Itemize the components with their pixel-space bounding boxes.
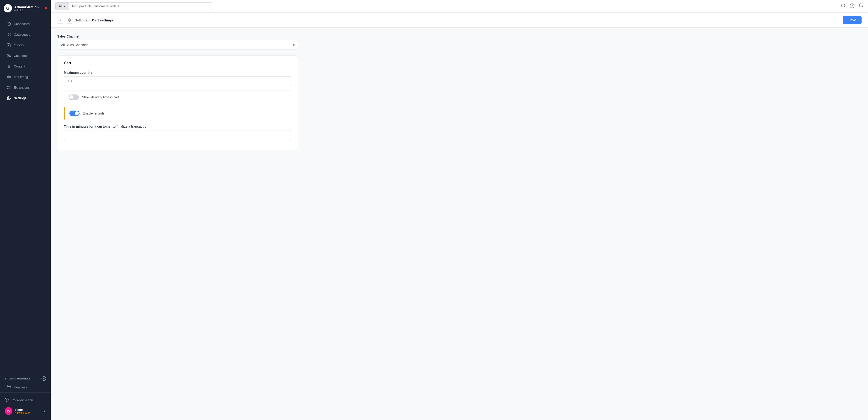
delivery-time-toggle[interactable] (69, 94, 79, 100)
sidebar-item-headless-label: Headless (14, 385, 27, 389)
delivery-time-label: Show delivery time in cart (82, 95, 119, 99)
transaction-time-field: Time in minutes for a customer to finali… (64, 125, 291, 140)
svg-line-20 (844, 7, 845, 8)
max-quantity-label: Maximum quantity (64, 71, 291, 74)
transaction-time-label: Time in minutes for a customer to finali… (64, 125, 291, 128)
search-container: All ▾ (55, 2, 212, 10)
topbar-icons (841, 3, 863, 9)
refunds-toggle-row: Enable refunds (64, 107, 291, 120)
sidebar-item-label: Catalogues (14, 33, 30, 36)
user-info: demo Administrator (15, 408, 41, 414)
user-profile[interactable]: D demo Administrator ▲ (2, 405, 49, 417)
sidebar-item-customers[interactable]: Customers (2, 51, 49, 61)
user-name: demo (15, 408, 41, 412)
app-version: 6.4.17.2 (14, 9, 42, 12)
page-header: Settings › Cart settings Save (51, 13, 868, 28)
sidebar-item-orders[interactable]: Orders (2, 40, 49, 50)
headless-icon (6, 385, 11, 390)
sidebar-header: G Administration 6.4.17.2 (0, 0, 51, 17)
user-role: Administrator (15, 412, 41, 414)
sidebar-footer: Collapse menu D demo Administrator ▲ (0, 392, 51, 420)
sidebar-item-label: Customers (14, 54, 30, 58)
svg-point-19 (841, 4, 845, 7)
search-input[interactable] (69, 3, 212, 10)
catalogues-icon (6, 32, 11, 37)
sales-channel-select[interactable]: All Sales Channels Headless (57, 40, 298, 50)
delivery-time-toggle-row: Show delivery time in cart (64, 91, 291, 104)
sales-channels-section: Sales Channels + (0, 373, 51, 382)
svg-point-23 (69, 20, 70, 21)
form-area: Sales Channel All Sales Channels Headles… (51, 28, 304, 157)
svg-point-16 (10, 389, 10, 389)
sales-channel-label: Sales Channel (57, 35, 298, 38)
app-info: Administration 6.4.17.2 (14, 5, 42, 12)
chevron-down-icon: ▾ (64, 4, 65, 8)
avatar: D (5, 407, 12, 415)
app-logo: G (4, 4, 12, 12)
breadcrumb-parent: Settings (75, 18, 87, 22)
app-name: Administration (14, 5, 42, 9)
status-dot (45, 7, 47, 9)
main-nav: Dashboard Catalogues Orders Customers Co… (0, 17, 51, 373)
collapse-icon (5, 398, 9, 402)
breadcrumb-separator: › (89, 18, 90, 22)
search-icon[interactable] (841, 3, 846, 9)
sidebar-item-catalogues[interactable]: Catalogues (2, 30, 49, 40)
content-icon (6, 64, 11, 69)
marketing-icon (6, 75, 11, 79)
main-area: All ▾ (51, 0, 868, 420)
refunds-toggle[interactable] (69, 110, 80, 116)
topbar: All ▾ (51, 0, 868, 13)
svg-rect-4 (9, 35, 10, 36)
transaction-time-input[interactable] (64, 130, 291, 140)
svg-rect-3 (7, 35, 8, 36)
chevron-up-icon: ▲ (43, 410, 46, 413)
sidebar-item-marketing[interactable]: Marketing (2, 72, 49, 82)
svg-marker-13 (7, 76, 9, 78)
svg-rect-2 (9, 33, 10, 34)
sidebar-item-label: Settings (14, 96, 27, 100)
notifications-icon[interactable] (858, 3, 863, 9)
breadcrumb-current: Cart settings (92, 18, 113, 22)
sales-channel-select-wrapper: All Sales Channels Headless ▾ (57, 40, 298, 50)
toggle-thumb (69, 95, 73, 99)
sales-channel-field: Sales Channel All Sales Channels Headles… (57, 35, 298, 50)
sidebar-item-headless[interactable]: Headless (2, 383, 49, 392)
svg-point-15 (8, 389, 8, 389)
sidebar-item-settings[interactable]: Settings (2, 93, 49, 103)
refunds-label: Enable refunds (83, 111, 104, 115)
customers-icon (6, 54, 11, 58)
back-button[interactable] (57, 17, 64, 24)
search-filter-label: All (59, 4, 62, 8)
toggle-thumb (75, 111, 79, 116)
collapse-menu-button[interactable]: Collapse menu (2, 395, 49, 405)
help-icon[interactable] (849, 3, 855, 9)
max-quantity-input[interactable] (64, 76, 291, 86)
svg-point-6 (8, 54, 9, 56)
orders-icon (6, 43, 11, 47)
max-quantity-field: Maximum quantity (64, 71, 291, 86)
sidebar: G Administration 6.4.17.2 Dashboard Cata… (0, 0, 51, 420)
add-sales-channel-button[interactable]: + (41, 376, 46, 381)
content-area: Settings › Cart settings Save Sales Chan… (51, 13, 868, 420)
sidebar-item-content[interactable]: Content (2, 61, 49, 71)
sidebar-item-label: Extensions (14, 86, 30, 89)
sidebar-item-label: Content (14, 65, 25, 68)
extensions-icon (6, 85, 11, 90)
cart-section-title: Cart (64, 61, 291, 65)
sidebar-item-label: Marketing (14, 75, 28, 79)
sidebar-item-dashboard[interactable]: Dashboard (2, 19, 49, 29)
settings-icon (6, 96, 11, 100)
search-filter-dropdown[interactable]: All ▾ (56, 3, 69, 10)
sidebar-item-label: Orders (14, 43, 24, 47)
dashboard-icon (6, 22, 11, 26)
svg-point-14 (8, 98, 9, 99)
cart-card: Cart Maximum quantity Show delivery time… (57, 55, 298, 150)
collapse-label: Collapse menu (11, 398, 33, 402)
settings-breadcrumb-icon[interactable] (66, 17, 73, 24)
sidebar-item-label: Dashboard (14, 22, 30, 26)
svg-rect-1 (7, 33, 8, 34)
breadcrumb: Settings › Cart settings (57, 17, 113, 24)
save-button[interactable]: Save (843, 16, 862, 24)
sidebar-item-extensions[interactable]: Extensions (2, 83, 49, 93)
